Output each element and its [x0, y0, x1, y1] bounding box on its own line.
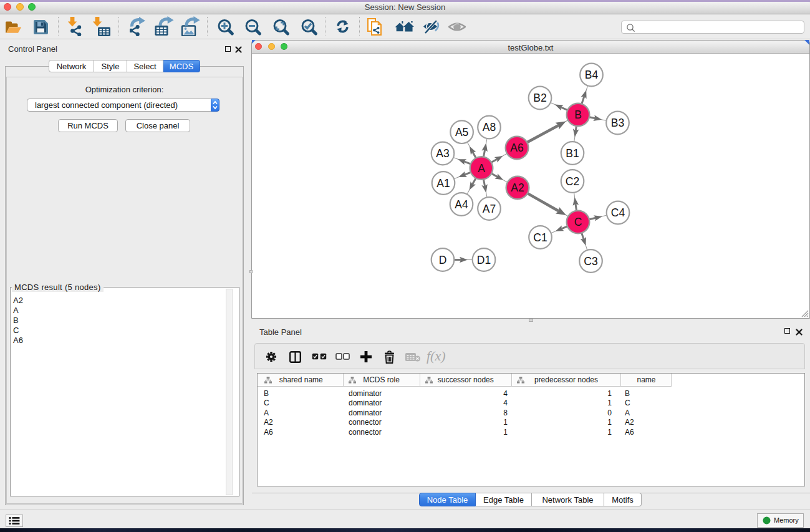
svg-text:A4: A4: [455, 198, 468, 211]
svg-text:A8: A8: [483, 121, 496, 133]
svg-text:C2: C2: [566, 175, 579, 188]
svg-text:C1: C1: [533, 231, 547, 244]
svg-text:D: D: [439, 254, 447, 266]
svg-text:A1: A1: [436, 177, 450, 190]
svg-text:B1: B1: [566, 147, 579, 160]
svg-text:B: B: [574, 109, 582, 121]
svg-text:A5: A5: [455, 126, 468, 138]
svg-text:A7: A7: [483, 203, 496, 215]
svg-text:C4: C4: [611, 206, 625, 219]
svg-text:B2: B2: [533, 92, 546, 104]
svg-text:B3: B3: [611, 117, 624, 129]
svg-text:D1: D1: [477, 254, 491, 266]
svg-text:C: C: [574, 216, 582, 228]
svg-text:A: A: [478, 162, 485, 175]
svg-text:C3: C3: [584, 255, 597, 268]
svg-text:A3: A3: [436, 147, 449, 160]
svg-text:A6: A6: [510, 142, 523, 154]
svg-text:B4: B4: [585, 69, 599, 81]
svg-text:A2: A2: [511, 181, 524, 194]
